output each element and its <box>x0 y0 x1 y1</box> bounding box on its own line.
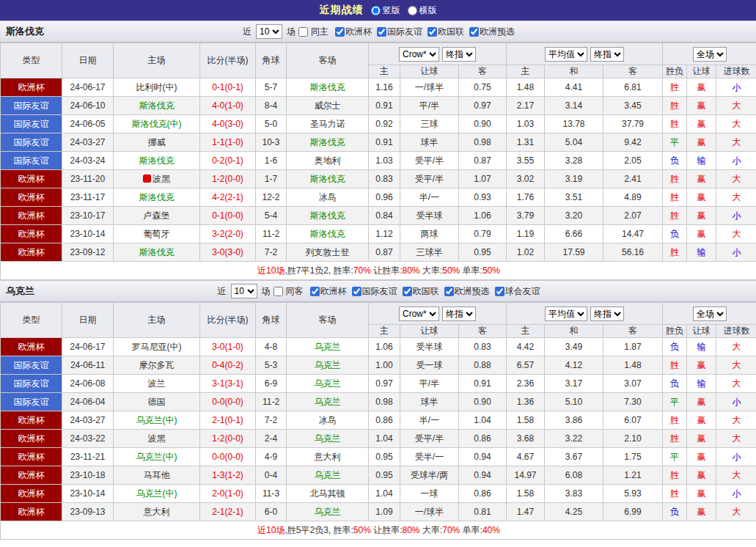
competition-checkbox[interactable] <box>444 287 454 296</box>
home-team-cell[interactable]: 波兰 <box>114 375 200 393</box>
away-team-cell[interactable]: 乌克兰 <box>287 393 369 411</box>
away-team-cell[interactable]: 冰岛 <box>287 188 369 207</box>
away-odds-cell: 1.07 <box>459 170 507 188</box>
home-team-cell[interactable]: 斯洛伐克 <box>114 152 200 170</box>
home-team-cell[interactable]: 罗马尼亚(中) <box>114 338 200 356</box>
competition-checkbox[interactable] <box>352 287 362 296</box>
away-team-cell[interactable]: 乌克兰 <box>287 503 369 521</box>
competition-filter[interactable]: 欧洲预选 <box>441 285 490 298</box>
competition-cell: 国际友谊 <box>1 133 62 152</box>
score-cell: 1-2(0-0) <box>200 430 256 448</box>
team-sections: 斯洛伐克近10场同主欧洲杯国际友谊欧国联欧洲预选类型日期主场比分(半场)角球客场… <box>0 21 756 540</box>
away-team-cell[interactable]: 斯洛伐克 <box>287 78 369 97</box>
layout-option-horizontal[interactable]: 横版 <box>408 4 437 17</box>
away-team-cell[interactable]: 意大利 <box>287 448 369 466</box>
home-team-cell[interactable]: 葡萄牙 <box>114 225 200 243</box>
period-select[interactable]: 全场 <box>693 306 727 321</box>
home-team-cell[interactable]: 乌克兰(中) <box>114 485 200 503</box>
competition-filter[interactable]: 欧国联 <box>424 26 464 38</box>
competition-checkbox[interactable] <box>335 27 345 37</box>
competition-checkbox[interactable] <box>469 27 479 37</box>
odds-stage-select[interactable]: 终指 <box>442 47 476 62</box>
away-team-cell[interactable]: 乌克兰 <box>287 375 369 393</box>
result-goals-cell: 大 <box>716 356 756 375</box>
competition-filter[interactable]: 球会友谊 <box>491 285 540 298</box>
match-count-select[interactable]: 10 <box>256 24 282 39</box>
home-team-cell[interactable]: 乌克兰(中) <box>114 411 200 430</box>
away-odds-cell: 0.88 <box>459 356 507 375</box>
competition-filter[interactable]: 欧国联 <box>399 285 439 298</box>
competition-filter[interactable]: 国际友谊 <box>348 285 397 298</box>
home-team-cell[interactable]: 斯洛伐克 <box>114 97 200 115</box>
away-team-cell[interactable]: 乌克兰 <box>287 338 369 356</box>
away-team-cell[interactable]: 乌克兰 <box>287 466 369 485</box>
odds-stage-select[interactable]: 终指 <box>590 47 624 62</box>
away-team-cell[interactable]: 乌克兰 <box>287 356 369 375</box>
average-select[interactable]: 平均值 <box>545 306 587 321</box>
away-team-cell[interactable]: 冰岛 <box>287 411 369 430</box>
home-team-cell[interactable]: 挪威 <box>114 133 200 152</box>
away-team-cell[interactable]: 北马其顿 <box>287 485 369 503</box>
home-team-cell[interactable]: 德国 <box>114 393 200 411</box>
away-team-cell[interactable]: 威尔士 <box>287 97 369 115</box>
avg-home-odds-cell: 3.68 <box>507 430 545 448</box>
corners-cell: 6-0 <box>256 503 287 521</box>
odds-stage-select[interactable]: 终指 <box>442 306 476 321</box>
home-team-cell[interactable]: 意大利 <box>114 503 200 521</box>
competition-filter[interactable]: 欧洲预选 <box>466 26 515 38</box>
result-wdl-cell: 胜 <box>663 356 687 375</box>
home-team-cell[interactable]: 比利时(中) <box>114 78 200 97</box>
average-select[interactable]: 平均值 <box>545 47 587 62</box>
avg-home-odds-cell: 1.31 <box>507 133 545 152</box>
avg-home-odds-cell: 2.36 <box>507 375 545 393</box>
avg-away-odds-cell: 6.07 <box>603 411 663 430</box>
away-team-cell[interactable]: 斯洛伐克 <box>287 225 369 243</box>
horizontal-layout-label: 横版 <box>419 4 437 17</box>
same-venue-checkbox[interactable] <box>274 287 283 296</box>
competition-checkbox[interactable] <box>427 27 437 37</box>
corners-cell: 12-2 <box>256 188 287 207</box>
competition-checkbox[interactable] <box>495 287 504 296</box>
competition-checkbox[interactable] <box>310 287 320 296</box>
away-team-cell[interactable]: 奥地利 <box>287 152 369 170</box>
away-team-cell[interactable]: 乌克兰 <box>287 430 369 448</box>
column-header: 类型 <box>1 43 62 78</box>
home-odds-cell: 0.95 <box>369 466 400 485</box>
page-title: 近期战绩 <box>320 4 364 17</box>
competition-filter-label: 欧洲预选 <box>455 285 490 298</box>
horizontal-layout-radio[interactable] <box>408 6 417 15</box>
competition-filter[interactable]: 国际友谊 <box>373 26 422 38</box>
same-venue-checkbox[interactable] <box>298 27 308 37</box>
match-count-select[interactable]: 10 <box>231 284 257 298</box>
result-wdl-cell: 胜 <box>663 188 687 207</box>
result-wdl-cell: 负 <box>663 503 687 521</box>
away-team-cell[interactable]: 斯洛伐克 <box>287 207 369 225</box>
odds-stage-select[interactable]: 终指 <box>590 306 624 321</box>
bookmaker-select[interactable]: Crow* <box>399 47 439 62</box>
home-team-cell[interactable]: 摩尔多瓦 <box>114 356 200 375</box>
home-team-cell[interactable]: 乌克兰(中) <box>114 448 200 466</box>
home-team-cell[interactable]: 斯洛伐克(中) <box>114 115 200 133</box>
home-team-cell[interactable]: 波黑 <box>114 430 200 448</box>
away-team-cell[interactable]: 斯洛伐克 <box>287 170 369 188</box>
bookmaker-select[interactable]: Crow* <box>399 306 439 321</box>
competition-filter[interactable]: 欧洲杯 <box>307 285 347 298</box>
away-team-cell[interactable]: 列支敦士登 <box>287 243 369 262</box>
competition-filter[interactable]: 欧洲杯 <box>331 26 372 38</box>
competition-checkbox[interactable] <box>377 27 386 37</box>
away-team-cell[interactable]: 斯洛伐克 <box>287 133 369 152</box>
result-group: 全场 <box>663 303 756 325</box>
home-team-cell[interactable]: 斯洛伐克 <box>114 188 200 207</box>
home-team-cell[interactable]: 卢森堡 <box>114 207 200 225</box>
competition-checkbox[interactable] <box>403 287 412 296</box>
avg-away-odds-cell: 3.45 <box>603 97 663 115</box>
column-header: 比分(半场) <box>200 303 256 338</box>
away-team-cell[interactable]: 圣马力诺 <box>287 115 369 133</box>
layout-option-vertical[interactable]: 竖版 <box>371 4 400 17</box>
home-team-cell[interactable]: 斯洛伐克 <box>114 243 200 262</box>
home-team-cell[interactable]: 马耳他 <box>114 466 200 485</box>
avg-home-odds-cell: 3.55 <box>507 152 545 170</box>
vertical-layout-radio[interactable] <box>371 6 381 15</box>
home-team-cell[interactable]: 波黑 <box>114 170 200 188</box>
period-select[interactable]: 全场 <box>693 47 727 62</box>
